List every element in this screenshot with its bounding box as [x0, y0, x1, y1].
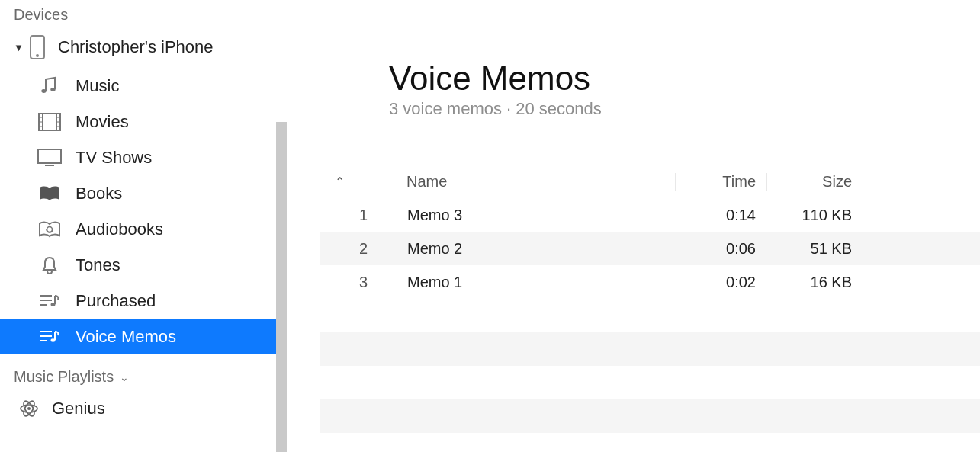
memos-table: ⌃ Name Time Size 1 Memo 3 0:14 110 KB 2 … [290, 165, 980, 433]
sidebar-item-genius[interactable]: Genius [0, 392, 276, 425]
column-header-size[interactable]: Size [766, 173, 866, 191]
sidebar-item-label: Audiobooks [76, 220, 163, 239]
chevron-down-icon: ⌄ [120, 371, 129, 383]
sidebar-item-voice-memos[interactable]: Voice Memos [0, 319, 276, 354]
sidebar-item-purchased[interactable]: Purchased [0, 283, 276, 319]
sidebar: Devices ▼ Christopher's iPhone Music Mov… [0, 0, 276, 452]
cell-size: 51 KB [766, 240, 866, 258]
table-row[interactable]: 1 Memo 3 0:14 110 KB [320, 198, 980, 232]
cell-name: Memo 2 [397, 240, 675, 258]
svg-point-27 [27, 407, 31, 410]
cell-size: 110 KB [766, 207, 866, 224]
empty-rows [320, 299, 980, 433]
svg-point-2 [41, 89, 46, 93]
page-title: Voice Memos [389, 59, 980, 98]
svg-point-3 [50, 88, 55, 91]
svg-rect-13 [38, 149, 61, 163]
table-row[interactable]: 2 Memo 2 0:06 51 KB [320, 232, 980, 265]
sidebar-resize-handle[interactable] [276, 0, 290, 452]
sort-indicator-icon[interactable]: ⌃ [320, 175, 358, 189]
genius-label: Genius [52, 399, 105, 418]
device-row[interactable]: ▼ Christopher's iPhone [0, 31, 276, 68]
sidebar-item-label: Movies [76, 112, 129, 132]
genius-atom-icon [14, 397, 44, 420]
sidebar-item-tones[interactable]: Tones [0, 247, 276, 283]
playlists-label: Music Playlists [14, 368, 114, 386]
sidebar-item-label: Books [76, 184, 122, 204]
title-block: Voice Memos 3 voice memos · 20 seconds [290, 0, 980, 119]
table-row[interactable]: 3 Memo 1 0:02 16 KB [320, 265, 980, 299]
sidebar-item-tvshows[interactable]: TV Shows [0, 139, 276, 175]
cell-index: 3 [320, 274, 397, 291]
music-playlists-heading[interactable]: Music Playlists ⌄ [0, 354, 276, 392]
cell-name: Memo 1 [397, 274, 675, 291]
cell-name: Memo 3 [397, 207, 675, 224]
svg-point-19 [51, 303, 56, 306]
voice-memos-icon [34, 325, 65, 348]
device-label: Christopher's iPhone [58, 37, 214, 57]
audiobook-icon [34, 218, 65, 241]
column-header-time[interactable]: Time [675, 173, 766, 191]
cell-index: 2 [320, 240, 397, 258]
music-note-icon [34, 75, 65, 98]
tv-icon [34, 146, 65, 169]
film-icon [34, 111, 65, 133]
devices-heading: Devices [0, 0, 276, 31]
cell-time: 0:14 [675, 207, 766, 224]
cell-time: 0:06 [675, 240, 766, 258]
page-subtitle: 3 voice memos · 20 seconds [389, 99, 980, 119]
sidebar-item-label: Purchased [76, 291, 156, 311]
cell-size: 16 KB [766, 274, 866, 291]
sidebar-item-label: Tones [76, 255, 120, 275]
sidebar-item-audiobooks[interactable]: Audiobooks [0, 211, 276, 247]
sidebar-item-music[interactable]: Music [0, 68, 276, 104]
svg-point-1 [36, 54, 39, 57]
iphone-icon [27, 34, 47, 60]
device-nav-list: Music Movies TV Shows Books Audiobooks [0, 68, 276, 354]
sidebar-item-movies[interactable]: Movies [0, 104, 276, 139]
disclosure-triangle-icon[interactable]: ▼ [14, 42, 24, 53]
cell-time: 0:02 [675, 274, 766, 291]
main-content: Voice Memos 3 voice memos · 20 seconds ⌃… [290, 0, 980, 452]
table-body: 1 Memo 3 0:14 110 KB 2 Memo 2 0:06 51 KB… [320, 198, 980, 299]
bell-icon [34, 254, 65, 277]
svg-point-23 [51, 338, 56, 341]
sidebar-item-label: Voice Memos [76, 327, 176, 347]
table-header-row: ⌃ Name Time Size [320, 165, 980, 198]
sidebar-item-books[interactable]: Books [0, 175, 276, 211]
sidebar-item-label: TV Shows [76, 148, 152, 168]
column-header-name[interactable]: Name [397, 173, 675, 191]
playlist-icon [34, 290, 65, 313]
books-icon [34, 182, 65, 205]
cell-index: 1 [320, 207, 397, 224]
sidebar-item-label: Music [76, 76, 119, 96]
